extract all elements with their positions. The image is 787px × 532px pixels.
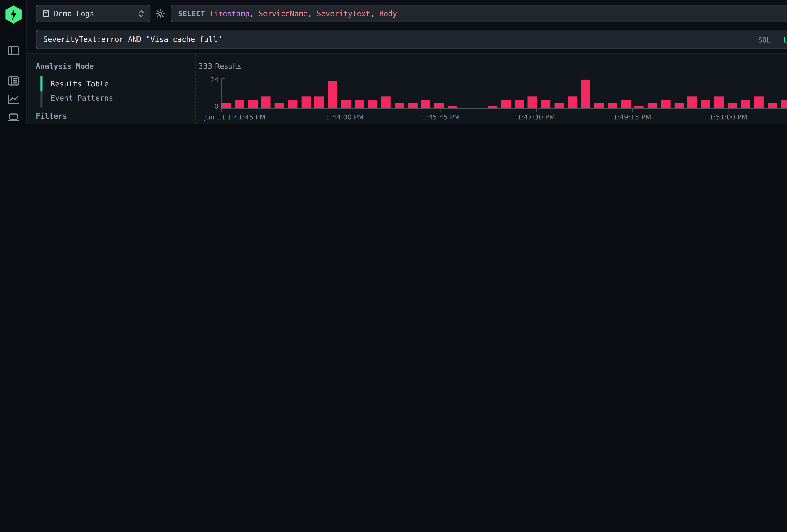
axis-tick	[441, 109, 441, 112]
histogram-bar	[687, 96, 697, 108]
select-field: SeverityText	[317, 9, 370, 18]
histogram-bar	[501, 100, 510, 108]
histogram-bar	[514, 100, 524, 108]
results-panel: 333 Results Scanned Rows: 788242 24 0 Ju…	[195, 54, 787, 124]
gear-icon[interactable]	[155, 9, 165, 19]
histogram-bar	[315, 96, 324, 108]
database-icon	[42, 9, 50, 18]
select-field: Timestamp	[209, 9, 250, 18]
axis-tick	[632, 109, 633, 112]
histogram-bar	[647, 103, 657, 108]
histogram-bar	[328, 81, 337, 108]
select-field: ServiceName	[258, 9, 307, 18]
analysis-mode-title: Analysis Mode	[36, 62, 94, 71]
axis-tick-label: 1:49:15 PM	[613, 113, 651, 121]
histogram-bar	[727, 103, 737, 108]
tab-event-patterns[interactable]: Event Patterns	[50, 94, 113, 103]
histogram-bar	[341, 100, 350, 108]
source-select[interactable]: Demo Logs	[36, 5, 150, 22]
tab-results-table[interactable]: Results Table	[50, 80, 109, 88]
panel-toggle-icon[interactable]	[7, 44, 20, 58]
axis-tick	[345, 109, 345, 112]
histogram-bar	[448, 106, 457, 108]
lightning-bolt-icon	[9, 9, 18, 20]
histogram-bar	[395, 103, 404, 108]
histogram-bar	[288, 100, 297, 108]
histogram-bar	[701, 100, 710, 108]
histogram-bar	[355, 100, 364, 108]
axis-tick	[221, 109, 222, 112]
axis-tick-label: 1:47:30 PM	[517, 113, 555, 121]
chevron-updown-icon	[139, 9, 145, 18]
histogram-bar	[488, 106, 497, 108]
select-fields: Timestamp, ServiceName, SeverityText, Bo…	[209, 9, 397, 18]
select-keyword: SELECT	[178, 9, 209, 18]
y-axis-max-label: 24	[204, 76, 218, 84]
histogram-bar	[541, 100, 550, 108]
histogram-bar	[528, 96, 537, 108]
histogram-bar	[714, 96, 724, 108]
axis-tick-label: Jun 11 1:41:45 PM	[204, 113, 265, 121]
top-bar: Demo Logs SELECT Timestamp, ServiceName,…	[27, 0, 787, 54]
histogram-bar	[621, 100, 631, 108]
histogram-bar	[661, 100, 671, 108]
axis-tick	[536, 109, 537, 112]
toggle-lucene[interactable]: Lucene	[783, 36, 787, 43]
axis-tick-label: 1:51:00 PM	[709, 113, 747, 121]
search-input[interactable]: SeverityText:error AND "Visa cache full"…	[36, 30, 787, 49]
select-statement-input[interactable]: SELECT Timestamp, ServiceName, SeverityT…	[171, 5, 787, 22]
histogram-bar	[741, 100, 750, 108]
histogram-bar	[594, 103, 604, 108]
active-tab-indicator	[40, 76, 42, 92]
histogram-bar	[674, 103, 684, 108]
histogram-bar	[221, 103, 231, 108]
language-toggle[interactable]: SQL | Lucene	[758, 36, 787, 43]
app-logo[interactable]	[5, 5, 22, 24]
toggle-sql[interactable]: SQL	[758, 36, 771, 43]
histogram-bar	[408, 103, 417, 108]
histogram-bar	[781, 100, 787, 108]
histogram-bar	[248, 100, 257, 108]
histogram-bar	[434, 103, 444, 108]
source-select-label: Demo Logs	[54, 9, 94, 18]
histogram-bar	[754, 96, 764, 108]
histogram-bar	[581, 80, 590, 108]
search-query: SeverityText:error AND "Visa cache full"	[43, 35, 758, 44]
histogram-bar	[261, 96, 271, 108]
denoise-label[interactable]: Denoise Results	[63, 123, 130, 124]
search-logs-icon[interactable]	[7, 74, 20, 88]
results-count: 333 Results	[198, 62, 241, 71]
left-icon-rail: ? U	[0, 0, 27, 124]
axis-tick-label: 1:44:00 PM	[326, 113, 364, 121]
histogram-bar	[275, 103, 284, 108]
axis-tick-label: 1:45:45 PM	[422, 113, 460, 121]
histogram-bar	[301, 96, 311, 108]
results-histogram[interactable]	[221, 80, 787, 108]
filter-sidebar: Analysis Mode Results Table Event Patter…	[27, 54, 195, 124]
axis-tick	[728, 109, 729, 112]
histogram-bar	[235, 100, 244, 108]
sessions-laptop-icon[interactable]	[7, 111, 20, 124]
x-axis-ticks: Jun 11 1:41:45 PM1:44:00 PM1:45:45 PM1:4…	[221, 109, 787, 124]
histogram-bar	[554, 103, 564, 108]
histogram-bar	[634, 106, 644, 108]
filters-title: Filters	[36, 112, 67, 121]
histogram-bar	[608, 103, 617, 108]
histogram-bar	[368, 100, 377, 108]
app-window: ? U Demo Logs SELECT Timestamp, ServiceN…	[0, 0, 787, 124]
histogram-bar	[381, 96, 390, 108]
chart-explorer-icon[interactable]	[7, 92, 20, 106]
y-axis-zero-label: 0	[204, 103, 218, 110]
histogram-bar	[767, 103, 777, 108]
histogram-bar	[568, 96, 577, 108]
histogram-bar	[421, 100, 430, 108]
select-field: Body	[379, 9, 397, 18]
